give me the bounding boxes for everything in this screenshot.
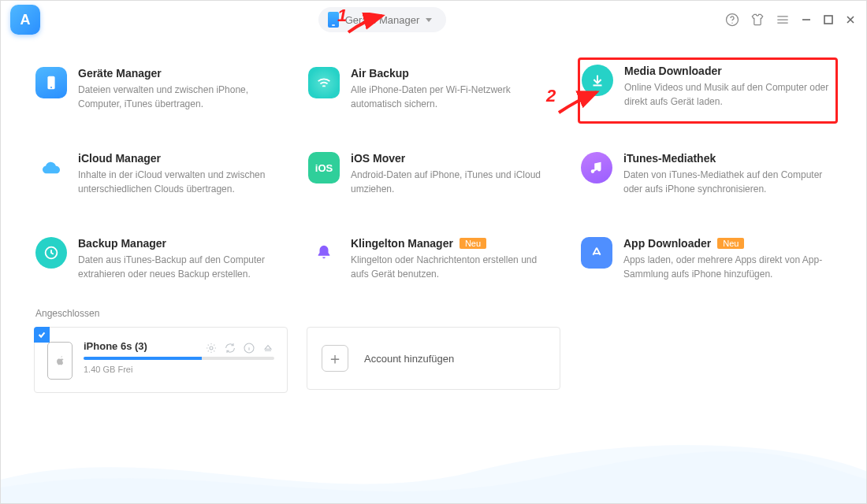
tile-title: iCloud Manager: [78, 152, 283, 165]
help-icon[interactable]: [724, 12, 740, 28]
appstore-icon: [581, 237, 612, 269]
tile-itunes-mediathek[interactable]: iTunes-Mediathek Daten von iTunes-Mediat…: [579, 147, 833, 201]
tile-air-backup[interactable]: Air Backup Alle iPhone-Daten per Wi-Fi-N…: [307, 62, 560, 116]
tile-backup-manager[interactable]: Backup Manager Daten aus iTunes-Backup a…: [34, 232, 288, 286]
tile-media-downloader[interactable]: Media Downloader Online Videos und Musik…: [578, 57, 838, 124]
annotation-step-2: 2: [546, 86, 556, 106]
tile-desc: Klingelton oder Nachrichtenton erstellen…: [351, 253, 556, 281]
svg-point-1: [731, 23, 732, 24]
tile-ios-mover[interactable]: iOS iOS Mover Android-Daten auf iPhone, …: [307, 147, 560, 201]
device-refresh-icon[interactable]: [224, 342, 236, 354]
tile-app-downloader[interactable]: App DownloaderNeu Apps laden, oder mehre…: [579, 232, 833, 286]
tile-title: Backup Manager: [78, 237, 283, 250]
tile-desc: Dateien verwalten und zwischen iPhone, C…: [78, 83, 283, 111]
tile-title: Air Backup: [351, 67, 556, 80]
svg-rect-2: [824, 16, 832, 24]
tile-title: Media Downloader: [624, 65, 831, 77]
storage-bar: [84, 357, 274, 360]
selected-check-icon: [34, 327, 50, 343]
device-info-icon[interactable]: [243, 342, 255, 354]
phone-icon: [35, 67, 67, 98]
add-account-button[interactable]: ＋ Account hinzufügen: [307, 327, 560, 390]
tile-desc: Daten von iTunes-Mediathek auf den Compu…: [623, 168, 828, 196]
plus-icon: ＋: [322, 345, 348, 372]
title-bar: A Geräte Manager: [1, 1, 866, 39]
clock-icon: [35, 237, 67, 269]
minimize-button[interactable]: [800, 13, 813, 26]
annotation-step-1: 1: [337, 6, 347, 26]
tile-desc: Android-Daten auf iPhone, iTunes und iCl…: [351, 168, 556, 196]
storage-free-text: 1.40 GB Frei: [84, 365, 274, 374]
tile-klingelton-manager[interactable]: Klingelton ManagerNeu Klingelton oder Na…: [307, 232, 560, 286]
tile-title: iTunes-Mediathek: [623, 152, 828, 165]
app-logo-icon: A: [10, 5, 40, 35]
main-content: Geräte Manager Dateien verwalten und zwi…: [1, 39, 866, 393]
neu-badge: Neu: [460, 238, 486, 249]
music-icon: [581, 152, 612, 183]
tile-desc: Online Videos und Musik auf den Computer…: [624, 80, 831, 109]
tile-desc: Daten aus iTunes-Backup auf den Computer…: [78, 253, 283, 281]
svg-point-4: [50, 87, 52, 88]
menu-icon[interactable]: [775, 12, 791, 28]
neu-badge: Neu: [717, 238, 744, 249]
tile-desc: Inhalte in der iCloud verwalten und zwis…: [78, 168, 283, 196]
tile-title: iOS Mover: [351, 152, 556, 165]
device-settings-icon[interactable]: [205, 342, 218, 354]
device-phone-icon: [47, 342, 73, 380]
skin-icon[interactable]: [750, 12, 765, 28]
decorative-wave: [1, 432, 866, 503]
tile-desc: Alle iPhone-Daten per Wi-Fi-Netzwerk aut…: [351, 83, 556, 111]
maximize-button[interactable]: [822, 13, 835, 26]
tile-title: Geräte Manager: [78, 67, 283, 80]
download-icon: [582, 65, 613, 96]
wifi-icon: [308, 67, 340, 98]
device-name: iPhone 6s (3): [84, 340, 147, 352]
cloud-icon: [35, 152, 67, 183]
chevron-down-icon: [426, 18, 432, 22]
device-card[interactable]: iPhone 6s (3) 1.40 GB Frei: [34, 327, 288, 393]
tile-icloud-manager[interactable]: iCloud Manager Inhalte in der iCloud ver…: [34, 147, 288, 201]
add-account-label: Account hinzufügen: [364, 353, 454, 365]
mode-label: Geräte Manager: [345, 14, 420, 26]
svg-point-6: [210, 346, 213, 350]
bell-icon: [308, 237, 340, 269]
tile-device-manager[interactable]: Geräte Manager Dateien verwalten und zwi…: [34, 62, 288, 116]
connected-section-label: Angeschlossen: [35, 308, 833, 319]
ios-icon: iOS: [308, 152, 340, 183]
tile-title: Klingelton ManagerNeu: [351, 237, 556, 250]
tile-title: App DownloaderNeu: [623, 237, 828, 250]
close-button[interactable]: [844, 13, 857, 26]
tile-desc: Apps laden, oder mehrere Apps direkt von…: [623, 253, 828, 281]
device-eject-icon[interactable]: [262, 342, 274, 354]
